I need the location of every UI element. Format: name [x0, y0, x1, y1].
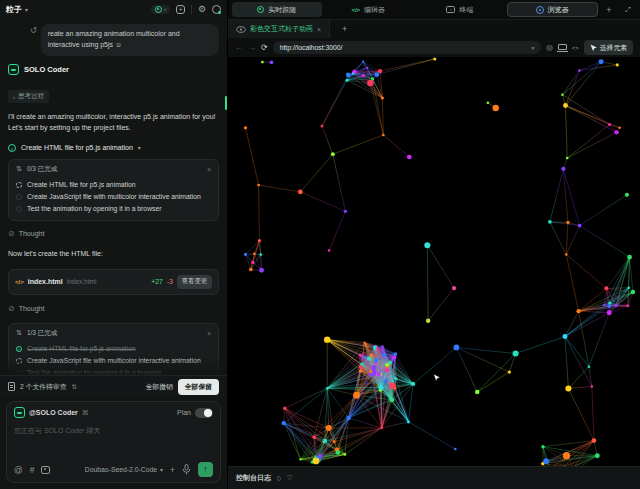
- thinking-process-toggle[interactable]: › 思考过程: [8, 90, 49, 103]
- thought-row[interactable]: ⊘ Thought: [8, 230, 219, 238]
- browser-compass-icon: [536, 6, 544, 14]
- file-review-bar: 2 个文件待审查 ⇅ 全部撤销 全部保留: [0, 375, 227, 397]
- shortcut-icon: ⌘: [82, 409, 89, 417]
- image-attach-icon[interactable]: [41, 466, 50, 474]
- thought-label: Thought: [19, 305, 45, 312]
- avatar[interactable]: [212, 5, 221, 14]
- view-tab-bar: 实时跟随 </> 编辑器 › 终端 浏览器 + ⤢: [228, 0, 640, 19]
- deletions-count: -3: [167, 278, 173, 285]
- model-selector[interactable]: Doubao-Seed-2.0-Code ▾: [85, 466, 163, 473]
- console-log-bar[interactable]: 控制台日志 0 ▽: [228, 466, 640, 489]
- checklist-icon: ⇅: [16, 329, 22, 337]
- mention-at-icon[interactable]: @: [14, 465, 23, 475]
- microphone-icon[interactable]: [182, 464, 191, 475]
- gear-icon[interactable]: ⚙: [198, 5, 206, 14]
- retry-icon[interactable]: ↺: [30, 26, 37, 35]
- keep-all-button[interactable]: 全部保留: [178, 379, 219, 395]
- mention-label: @SOLO Coder: [29, 409, 78, 416]
- user-message-row: ↺ reate an amazing animation multicolor …: [30, 24, 219, 56]
- page-tab[interactable]: 彩色交互式粒子动画 ×: [228, 20, 330, 39]
- solo-mode-button[interactable]: ›: [151, 5, 170, 14]
- chevron-down-icon: ▾: [160, 466, 163, 473]
- particle-animation-canvas[interactable]: [228, 57, 639, 466]
- tab-label: 终端: [459, 5, 473, 15]
- send-button[interactable]: ↑: [198, 462, 213, 477]
- focus-target-icon[interactable]: ◎: [546, 43, 553, 52]
- new-chat-icon[interactable]: +: [176, 5, 185, 14]
- live-follow-icon: [257, 6, 264, 13]
- close-tab-icon[interactable]: ×: [317, 26, 321, 33]
- browser-viewport[interactable]: [228, 57, 640, 466]
- tab-editor[interactable]: </> 编辑器: [324, 2, 414, 17]
- checklist-icon: ⇅: [16, 165, 22, 173]
- tab-terminal[interactable]: › 终端: [415, 2, 505, 17]
- header-actions: › + ⚙: [151, 5, 221, 14]
- forward-icon[interactable]: →: [248, 43, 256, 52]
- user-message-bubble: reate an amazing animation multicolor an…: [41, 24, 219, 56]
- url-text: http://localhost:3000/: [280, 44, 528, 51]
- task-item-label: Create JavaScript file with multicolor i…: [27, 357, 201, 364]
- html-file-icon: </>: [15, 279, 24, 285]
- step1-title: Create HTML file for p5.js animation: [21, 144, 133, 151]
- sort-arrows-icon[interactable]: ⇅: [71, 383, 76, 391]
- close-icon[interactable]: ×: [207, 330, 211, 337]
- thought-row[interactable]: ⊘ Thought: [8, 305, 219, 313]
- add-tab-button[interactable]: +: [600, 5, 618, 15]
- task-item: Test the animation by opening it in a br…: [16, 367, 211, 375]
- plan-toggle[interactable]: [195, 408, 213, 418]
- task-item-label: Create HTML file for p5.js animation: [27, 345, 136, 352]
- close-icon[interactable]: ×: [207, 166, 211, 173]
- cursor-icon: [590, 44, 597, 52]
- chat-message-list[interactable]: ↺ reate an amazing animation multicolor …: [0, 18, 227, 375]
- file-change-card[interactable]: </> index.html index.html +27 -3 查看变更: [8, 269, 219, 295]
- composer-input[interactable]: 您正在与 SOLO Coder 聊天: [14, 418, 213, 462]
- session-title: 粒子: [6, 4, 22, 15]
- model-name: Doubao-Seed-2.0-Code: [85, 466, 157, 473]
- task-card-2: ⇅ 1/3 已完成 × ✓ Create HTML file for p5.js…: [8, 323, 219, 375]
- thinking-process-label: 思考过程: [18, 92, 44, 101]
- chat-panel: 粒子 ▾ › + ⚙ ↺ reate an amazing animation …: [0, 0, 228, 489]
- step1-header[interactable]: ✓ Create HTML file for p5.js animation ▾: [8, 144, 219, 152]
- code-view-icon[interactable]: <>: [572, 45, 579, 51]
- files-pending-label: 2 个文件待审查: [20, 382, 66, 392]
- filter-funnel-icon[interactable]: ▽: [287, 474, 292, 482]
- plan-label: Plan: [177, 409, 191, 416]
- back-icon[interactable]: ←: [235, 43, 243, 52]
- view-changes-button[interactable]: 查看变更: [177, 275, 212, 289]
- new-page-tab-button[interactable]: +: [330, 24, 359, 34]
- refresh-icon[interactable]: ⟳: [261, 43, 268, 52]
- undo-all-button[interactable]: 全部撤销: [146, 382, 173, 392]
- file-path: index.html: [67, 278, 97, 285]
- agent-mention-chip[interactable]: @SOLO Coder ⌘: [14, 407, 89, 418]
- device-icon[interactable]: [558, 44, 567, 50]
- add-plus-icon[interactable]: +: [170, 465, 175, 475]
- task-item: Create HTML file for p5.js animation: [16, 179, 211, 191]
- task-card-1-header: ⇅ 0/3 已完成 ×: [16, 165, 211, 174]
- task-item: Test the animation by opening it in a br…: [16, 203, 211, 215]
- check-circle-icon: ✓: [8, 144, 16, 152]
- pending-circle-icon: [16, 206, 22, 212]
- tab-live-follow[interactable]: 实时跟随: [232, 2, 322, 17]
- task-card-2-progress: 1/3 已完成: [27, 329, 57, 338]
- scrollbar-thumb[interactable]: [225, 96, 227, 110]
- task-card-1-progress: 0/3 已完成: [27, 165, 57, 174]
- chevron-down-icon: ▾: [138, 144, 141, 151]
- tab-browser[interactable]: 浏览器: [507, 2, 599, 17]
- expand-icon[interactable]: ⤢: [620, 6, 636, 14]
- session-title-dropdown[interactable]: 粒子 ▾: [6, 4, 28, 15]
- task-item-label: Test the animation by opening it in a br…: [27, 205, 162, 212]
- additions-count: +27: [151, 278, 163, 285]
- agent-name: SOLO Coder: [24, 65, 69, 74]
- select-element-button[interactable]: 选择元素: [584, 40, 633, 55]
- terminal-icon: ›: [446, 6, 455, 13]
- task-item-label: Test the animation by opening it in a br…: [27, 369, 162, 375]
- document-icon: [8, 382, 15, 391]
- spinner-icon: [16, 182, 22, 188]
- message-composer[interactable]: @SOLO Coder ⌘ Plan 您正在与 SOLO Coder 聊天 @ …: [6, 401, 221, 483]
- address-bar[interactable]: http://localhost:3000/ ▾: [273, 41, 542, 54]
- file-name: index.html: [28, 278, 63, 285]
- context-hash-icon[interactable]: #: [30, 465, 35, 475]
- chevron-down-icon: ▾: [531, 45, 534, 51]
- solo-status-icon: [155, 6, 162, 13]
- select-element-label: 选择元素: [600, 43, 627, 53]
